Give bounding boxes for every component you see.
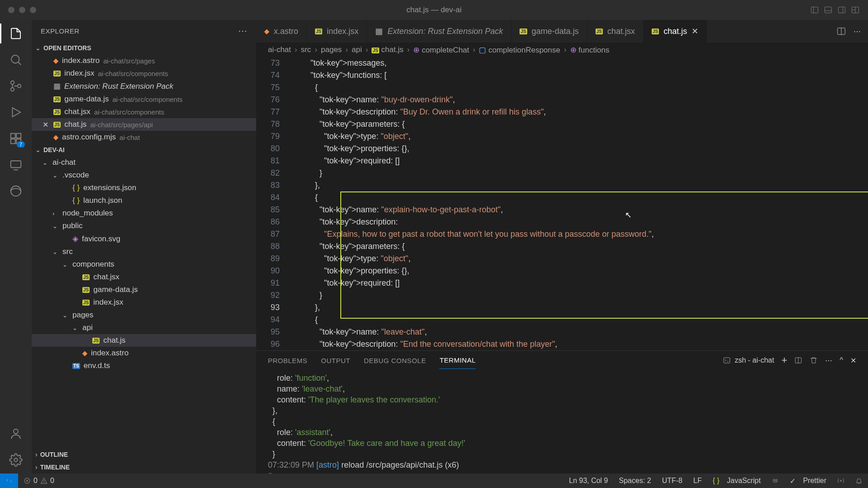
astro-file-icon: ◆ [82,349,87,357]
explorer-sidebar: EXPLORER ⋯ ⌄ OPEN EDITORS ◆index.astro a… [32,20,256,474]
customize-layout-icon[interactable] [851,5,860,14]
editor-tab[interactable]: JSchat.js✕ [644,20,707,43]
js-file-icon: JS [652,29,659,34]
activitybar-remote[interactable] [8,157,24,173]
file-item[interactable]: TSenv.d.ts [32,359,256,372]
open-editor-item[interactable]: ✕JSchat.js ai-chat/src/pages/api [32,118,256,131]
activitybar-explorer[interactable] [8,25,24,42]
file-item[interactable]: JSchat.jsx [32,271,256,283]
status-encoding[interactable]: UTF-8 [657,477,688,485]
breadcrumb-item[interactable]: ▢ completionResponse [479,45,560,55]
activitybar-scm[interactable] [8,78,24,94]
breadcrumb-item[interactable]: pages [321,45,342,54]
status-eol[interactable]: LF [688,477,707,485]
file-item[interactable]: { }extensions.json [32,182,256,194]
breadcrumb-item[interactable]: ⊕ functions [570,45,610,55]
svg-point-21 [11,186,21,196]
panel-tab-terminal[interactable]: TERMINAL [439,352,476,369]
file-item[interactable]: JSindex.jsx [32,296,256,309]
activitybar-settings[interactable] [8,452,24,468]
status-copilot-icon[interactable] [766,477,784,485]
status-broadcast-icon[interactable] [832,477,850,485]
remote-indicator[interactable] [0,474,18,488]
panel-more-icon[interactable]: ⋯ [825,356,832,365]
folder-item[interactable]: ⌄pages [32,309,256,321]
terminal-output[interactable]: role: 'function', name: 'leave-chat', co… [256,370,868,474]
file-item[interactable]: ◈favicon.svg [32,232,256,245]
split-editor-icon[interactable] [836,26,846,36]
status-cursor[interactable]: Ln 93, Col 9 [563,477,613,485]
chevron-right-icon: › [35,451,38,458]
editor-tab[interactable]: JSchat.jsx [587,20,644,43]
chevron-icon: ⌄ [72,325,79,331]
tab-close-icon[interactable]: ✕ [692,26,698,36]
panel-tab-output[interactable]: OUTPUT [321,352,350,369]
file-item[interactable]: ◆index.astro [32,347,256,359]
terminal-selector[interactable]: zsh - ai-chat [723,356,774,364]
svg-point-13 [18,84,21,88]
open-editor-item[interactable]: JSindex.jsx ai-chat/src/components [32,67,256,80]
status-language[interactable]: { } JavaScript [707,477,766,485]
folder-item[interactable]: ⌄src [32,245,256,258]
folder-item[interactable]: ⌄.vscode [32,169,256,182]
trash-icon[interactable] [810,356,818,364]
astro-file-icon: ◆ [53,134,58,141]
panel-layout-icon[interactable] [810,5,819,14]
open-editor-item[interactable]: ◆astro.config.mjs ai-chat [32,131,256,144]
file-path: ai-chat/src/components [113,96,183,103]
breadcrumbs[interactable]: ai-chat›src›pages›api›JS chat.js›⊕ compl… [256,43,868,57]
layout-controls[interactable] [810,5,860,14]
outline-header[interactable]: › OUTLINE [32,448,256,461]
editor-tab[interactable]: ▦Extension: Rust Extension Pack [367,20,511,43]
panel-tab-debug-console[interactable]: DEBUG CONSOLE [364,352,426,369]
astro-file-icon: ◆ [264,28,269,35]
breadcrumb-item[interactable]: api [352,45,362,54]
activitybar-debug[interactable] [8,104,24,120]
code-editor[interactable]: 7374757677787980818283848586878889909192… [256,57,868,350]
panel-bottom-icon[interactable] [824,5,833,14]
editor-tab[interactable]: ◆x.astro [256,20,307,43]
open-editor-item[interactable]: JSgame-data.js ai-chat/src/components [32,93,256,105]
breadcrumb-item[interactable]: ai-chat [268,45,291,54]
file-item[interactable]: { }launch.json [32,194,256,207]
extension-icon: ▦ [53,81,61,91]
open-editor-item[interactable]: ◆index.astro ai-chat/src/pages [32,54,256,67]
folder-item[interactable]: ⌄public [32,220,256,232]
editor-tab[interactable]: JSindex.jsx [307,20,367,43]
open-editors-header[interactable]: ⌄ OPEN EDITORS [32,42,256,54]
new-terminal-icon[interactable]: + [782,354,787,366]
file-item[interactable]: JSgame-data.js [32,283,256,296]
timeline-header[interactable]: › TIMELINE [32,461,256,474]
open-editor-item[interactable]: JSchat.jsx ai-chat/src/components [32,105,256,118]
panel-maximize-icon[interactable]: ^ [839,356,843,364]
status-bell-icon[interactable] [850,477,868,485]
activitybar-extensions[interactable]: 7 [8,130,24,147]
folder-item[interactable]: ⌄api [32,321,256,334]
panel-tab-problems[interactable]: PROBLEMS [268,352,307,369]
activitybar-edge[interactable] [8,183,24,199]
file-item[interactable]: JSchat.js [32,334,256,347]
window-controls[interactable] [8,7,36,13]
tab-more-icon[interactable]: ⋯ [854,27,861,36]
status-problems[interactable]: 0 0 [18,477,60,485]
activitybar-search[interactable] [8,52,24,68]
file-name: index.astro [62,56,100,65]
svg-point-36 [776,479,777,481]
project-header[interactable]: ⌄ DEV-AI [32,144,256,156]
split-terminal-icon[interactable] [794,356,802,364]
activitybar-account[interactable] [8,426,24,442]
folder-item[interactable]: ›node_modules [32,207,256,220]
panel-close-icon[interactable]: ✕ [850,356,856,365]
folder-item[interactable]: ⌄ai-chat [32,156,256,169]
panel-right-icon[interactable] [837,5,846,14]
breadcrumb-item[interactable]: src [301,45,311,54]
folder-item[interactable]: ⌄components [32,258,256,271]
breadcrumb-item[interactable]: ⊕ completeChat [413,45,469,55]
close-icon[interactable]: ✕ [43,120,50,129]
open-editor-item[interactable]: ▦Extension: Rust Extension Pack [32,80,256,93]
sidebar-more-icon[interactable]: ⋯ [238,25,247,36]
editor-tab[interactable]: JSgame-data.js [511,20,587,43]
breadcrumb-item[interactable]: JS chat.js [372,45,403,54]
status-spaces[interactable]: Spaces: 2 [614,477,657,485]
status-prettier[interactable]: ✓ Prettier [784,477,832,485]
